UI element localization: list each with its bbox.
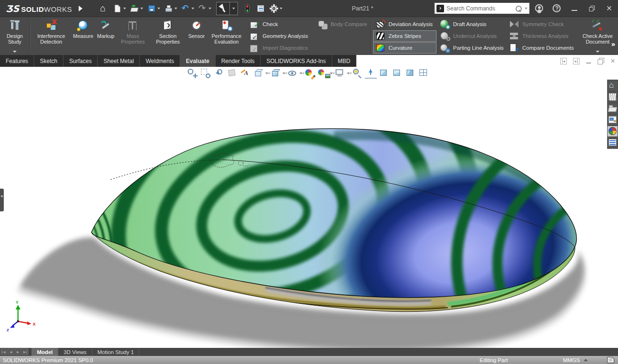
undercut-analysis-button[interactable]: Undercut Analysis: [437, 30, 506, 42]
thickness-analysis-button[interactable]: Thickness Analysis: [507, 30, 577, 42]
view-orientation-icon[interactable]: [253, 68, 269, 79]
dropdown-caret-icon[interactable]: [279, 6, 282, 11]
tab-features[interactable]: Features: [0, 55, 34, 67]
search-input[interactable]: [446, 5, 512, 12]
dropdown-caret-icon[interactable]: [347, 73, 350, 76]
unit-system-selector[interactable]: MMGS: [563, 357, 588, 363]
markup-button[interactable]: Markup: [95, 17, 117, 55]
restore-icon[interactable]: [583, 0, 600, 17]
tab-surfaces[interactable]: Surfaces: [64, 55, 98, 67]
redo-icon[interactable]: [196, 2, 213, 15]
design-library-icon[interactable]: [608, 92, 618, 102]
dropdown-caret-icon[interactable]: [208, 6, 211, 11]
parting-line-analysis-button[interactable]: Parting Line Analysis: [437, 42, 506, 54]
model-tab[interactable]: Model: [31, 348, 58, 356]
measure-button[interactable]: Measure: [71, 17, 95, 55]
home-icon[interactable]: [98, 2, 111, 15]
zebra-stripes-button[interactable]: Zebra Stripes: [373, 30, 436, 42]
options-gear-icon[interactable]: [267, 2, 284, 15]
home-tab-icon[interactable]: [608, 81, 618, 91]
next-frame-icon[interactable]: [15, 348, 21, 355]
tab-solidworks-addins[interactable]: SOLIDWORKS Add-Ins: [261, 55, 332, 67]
next-document-icon[interactable]: [573, 58, 580, 64]
zoom-to-area-icon[interactable]: [200, 68, 212, 79]
check-button[interactable]: Check: [247, 18, 314, 30]
tab-sketch[interactable]: Sketch: [34, 55, 64, 67]
apply-scene-icon[interactable]: [318, 68, 333, 79]
tab-sheet-metal[interactable]: Sheet Metal: [98, 55, 140, 67]
select-arrow-icon[interactable]: [216, 2, 238, 15]
new-document-icon[interactable]: [111, 2, 128, 15]
display-style-icon[interactable]: [270, 68, 286, 79]
trimetric-view-icon[interactable]: [405, 68, 417, 79]
section-properties-button[interactable]: Section Properties: [149, 17, 186, 55]
minimize-icon[interactable]: [565, 0, 583, 17]
dropdown-caret-icon[interactable]: [330, 73, 333, 76]
save-icon[interactable]: [145, 2, 162, 15]
zoom-to-fit-icon[interactable]: [187, 68, 199, 79]
search-icon[interactable]: [515, 5, 522, 12]
dropdown-caret-icon[interactable]: [229, 2, 236, 15]
ribbon-overflow-icon[interactable]: »: [611, 40, 615, 48]
rebuild-icon[interactable]: [241, 2, 254, 15]
body-compare-button[interactable]: Body Compare: [315, 18, 369, 30]
last-frame-icon[interactable]: [22, 348, 28, 355]
file-properties-icon[interactable]: [254, 2, 267, 15]
symmetry-check-button[interactable]: Symmetry Check: [507, 18, 577, 30]
edit-appearance-icon[interactable]: [304, 68, 316, 79]
dimetric-view-icon[interactable]: [391, 68, 403, 79]
curvature-button[interactable]: Curvature: [373, 42, 436, 54]
graphics-area[interactable]: Y X Z: [0, 67, 618, 348]
dropdown-caret-icon[interactable]: [122, 6, 126, 11]
dropdown-caret-icon[interactable]: [282, 73, 285, 76]
dropdown-caret-icon[interactable]: [191, 6, 194, 11]
dropdown-caret-icon[interactable]: [300, 73, 302, 76]
motion-study-tab[interactable]: Motion Study 1: [92, 348, 140, 356]
magnifier-icon[interactable]: [352, 68, 364, 79]
import-diagnostics-button[interactable]: Import Diagnostics: [247, 42, 314, 54]
mass-properties-button[interactable]: Mass Properties: [116, 17, 149, 55]
featuremanager-flyout-handle[interactable]: [0, 189, 4, 211]
geometry-analysis-button[interactable]: Geometry Analysis: [247, 30, 314, 42]
menu-expand-icon[interactable]: [79, 6, 85, 11]
section-view-icon[interactable]: [227, 68, 238, 79]
deviation-analysis-button[interactable]: Deviation Analysis: [373, 18, 436, 30]
custom-properties-icon[interactable]: [608, 137, 618, 148]
close-icon[interactable]: [600, 0, 618, 17]
hide-show-items-icon[interactable]: [287, 68, 303, 79]
view-palette-icon[interactable]: [608, 115, 618, 125]
isometric-view-icon[interactable]: [378, 68, 390, 79]
file-explorer-icon[interactable]: [608, 103, 618, 114]
3d-views-tab[interactable]: 3D Views: [58, 348, 92, 356]
appearances-icon[interactable]: [608, 126, 618, 136]
tags-icon[interactable]: [607, 357, 614, 363]
tab-evaluate[interactable]: Evaluate: [180, 55, 215, 67]
performance-evaluation-button[interactable]: Performance Evaluation: [207, 17, 246, 55]
view-settings-icon[interactable]: [335, 68, 350, 79]
help-icon[interactable]: [548, 0, 565, 17]
doc-close-icon[interactable]: [610, 56, 615, 66]
previous-view-icon[interactable]: [213, 68, 225, 79]
doc-restore-icon[interactable]: [598, 58, 604, 64]
dropdown-caret-icon[interactable]: [265, 73, 268, 76]
doc-minimize-icon[interactable]: [586, 58, 591, 64]
compare-documents-button[interactable]: Compare Documents: [507, 42, 577, 54]
first-frame-icon[interactable]: [0, 348, 7, 355]
search-caret-icon[interactable]: [525, 8, 527, 11]
normal-to-icon[interactable]: [365, 68, 377, 79]
tab-weldments[interactable]: Weldments: [140, 55, 180, 67]
model-3d-zebra-view[interactable]: Y X Z: [0, 67, 618, 348]
design-study-button[interactable]: Design Study: [1, 17, 28, 55]
print-icon[interactable]: [162, 2, 179, 15]
dropdown-caret-icon[interactable]: [139, 6, 143, 11]
tab-mbd[interactable]: MBD: [332, 55, 357, 67]
viewport-grid-icon[interactable]: [418, 68, 430, 79]
user-account-icon[interactable]: [530, 0, 548, 17]
check-active-document-button[interactable]: Check Active Document: [577, 17, 618, 55]
prev-document-icon[interactable]: [560, 58, 567, 64]
open-icon[interactable]: [128, 2, 145, 15]
dynamic-annotation-icon[interactable]: [240, 68, 252, 79]
dropdown-caret-icon[interactable]: [156, 6, 160, 11]
tab-render-tools[interactable]: Render Tools: [216, 55, 261, 67]
undo-icon[interactable]: [179, 2, 196, 15]
